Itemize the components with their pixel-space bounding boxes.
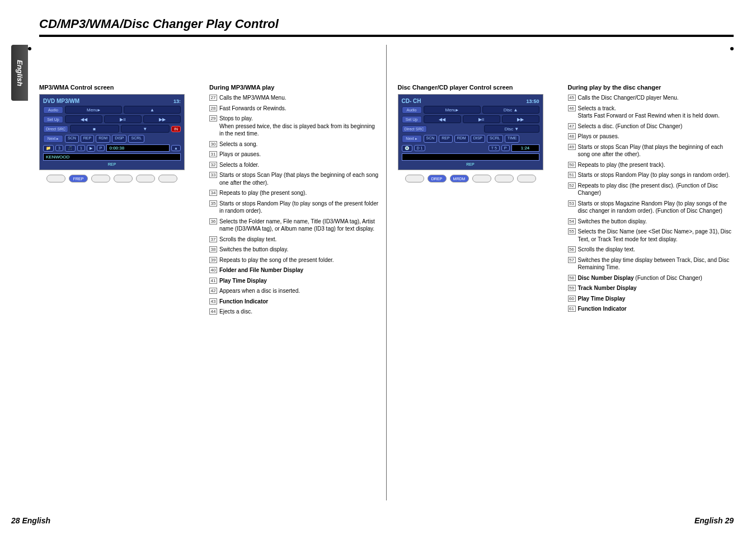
stop-button[interactable]: ■: [70, 125, 119, 133]
item-text: Selects the Folder name, File name, Titl…: [219, 218, 381, 233]
item-number: 53: [568, 200, 576, 207]
cd-play-pause-button[interactable]: ▶II: [463, 115, 500, 123]
strip-btn-4[interactable]: [114, 175, 133, 182]
cd-screen-title: CD- CH: [402, 98, 421, 104]
rep-button[interactable]: REP: [81, 135, 94, 143]
folder-down-button[interactable]: ▼: [121, 125, 170, 133]
cd-clock: 13:50: [526, 99, 539, 104]
list-item: 31Plays or pauses.: [209, 151, 381, 158]
frep-button[interactable]: FREP: [69, 175, 88, 182]
item-text: Selects a song.: [219, 140, 381, 148]
list-item: 38Switches the button display.: [209, 246, 381, 254]
strip-btn-1[interactable]: [46, 175, 65, 182]
forward-button[interactable]: ▶▶: [143, 115, 181, 123]
file-icon: 🎵: [65, 145, 76, 152]
file-number: 1: [77, 145, 85, 151]
list-item: 28Fast Forwards or Rewinds.: [209, 105, 381, 113]
cd-menu-button[interactable]: Menu▸: [424, 106, 481, 114]
cd-section-title: During play by the disc changer: [568, 84, 734, 91]
item-text: Repeats to play the song of the present …: [219, 256, 381, 264]
cd-strip-btn-5[interactable]: [495, 175, 514, 182]
strip-btn-5[interactable]: [136, 175, 155, 182]
item-text: Repeats to play (the present track).: [578, 161, 734, 169]
list-item: 61Function Indicator: [568, 305, 734, 313]
list-item: 51Starts or stops Random Play (to play s…: [568, 171, 734, 179]
rewind-button[interactable]: ◀◀: [65, 115, 102, 123]
cd-next-button[interactable]: Next ▸: [402, 135, 422, 143]
item-number: 43: [209, 298, 217, 305]
disc-up-button[interactable]: Disc ▲: [482, 106, 539, 114]
list-item: 33Starts or stops Scan Play (that plays …: [209, 171, 381, 186]
cd-strip-btn-4[interactable]: [472, 175, 491, 182]
next-button[interactable]: Next ▸: [43, 135, 63, 143]
direct-src-button[interactable]: Direct SRC: [43, 125, 68, 133]
cd-strip-btn-6[interactable]: [517, 175, 536, 182]
mp3-item-list: 27Calls the MP3/WMA Menu.28Fast Forwards…: [209, 94, 381, 316]
cd-rdm-button[interactable]: RDM: [454, 135, 469, 143]
folder-number: 3: [55, 145, 63, 151]
cd-audio-button[interactable]: Audio: [402, 106, 422, 114]
item-number: 52: [568, 182, 576, 189]
list-item: 59Track Number Display: [568, 284, 734, 292]
mp3-section-title: During MP3/WMA play: [209, 84, 381, 91]
disc-number-display: D 1: [414, 145, 426, 151]
item-text: Repeats to play (the present song).: [219, 189, 381, 197]
item-number: 31: [209, 151, 217, 157]
mp3-screen-label: MP3/WMA Control screen: [39, 84, 201, 91]
footer-right: English 29: [694, 516, 734, 525]
drep-button[interactable]: DREP: [428, 175, 447, 182]
audio-button[interactable]: Audio: [43, 106, 63, 114]
item-number: 59: [568, 285, 576, 291]
p-indicator: P: [97, 145, 105, 151]
cd-bottom-strip: DREP MRDM: [398, 175, 543, 182]
cd-rep-button[interactable]: REP: [439, 135, 452, 143]
list-item: 56Scrolls the display text.: [568, 246, 734, 254]
folder-icon: 📁: [43, 145, 54, 152]
setup-button[interactable]: Set Up: [43, 116, 63, 123]
item-number: 55: [568, 228, 576, 235]
right-page: Disc Changer/CD player Control screen CD…: [387, 45, 734, 500]
item-text: Folder and File Number Display: [219, 266, 381, 274]
disp-button[interactable]: DISP: [112, 135, 126, 143]
strip-btn-3[interactable]: [91, 175, 110, 182]
mp3-bottom-strip: FREP: [39, 175, 185, 182]
mp3-screen-title: DVD MP3/WM: [43, 98, 79, 104]
item-number: 46: [568, 105, 576, 111]
cd-rewind-button[interactable]: ◀◀: [424, 115, 461, 123]
list-item: 29Stops to play.When pressed twice, the …: [209, 115, 381, 138]
cd-direct-src-button[interactable]: Direct SRC: [402, 125, 427, 133]
item-number: 61: [568, 306, 576, 312]
cd-setup-button[interactable]: Set Up: [402, 116, 422, 123]
item-number: 58: [568, 275, 576, 281]
item-number: 28: [209, 105, 217, 111]
play-pause-button[interactable]: ▶II: [104, 115, 142, 123]
menu-button[interactable]: Menu▸: [65, 106, 122, 114]
mrdm-button[interactable]: MRDM: [450, 175, 469, 182]
list-item: 53Starts or stops Magazine Random Play (…: [568, 200, 734, 215]
item-text: Play Time Display: [219, 277, 381, 285]
cd-scn-button[interactable]: SCN: [424, 135, 438, 143]
list-item: 39Repeats to play the song of the presen…: [209, 256, 381, 264]
eject-button[interactable]: ▲: [171, 145, 181, 151]
rdm-button[interactable]: RDM: [96, 135, 110, 143]
folder-up-button[interactable]: ▲: [124, 106, 181, 114]
strip-btn-6[interactable]: [158, 175, 177, 182]
cd-strip-btn-1[interactable]: [405, 175, 424, 182]
item-number: 42: [209, 288, 217, 294]
item-number: 49: [568, 144, 576, 150]
item-text: Repeats to play disc (the present disc).…: [578, 182, 734, 197]
scrl-button[interactable]: SCRL: [128, 135, 144, 143]
disc-down-button[interactable]: Disc ▼: [484, 125, 539, 133]
cd-item-list: 45Calls the Disc Changer/CD player Menu.…: [568, 94, 734, 313]
cd-scrl-button[interactable]: SCRL: [487, 135, 503, 143]
scn-button[interactable]: SCN: [65, 135, 79, 143]
cd-time-button[interactable]: TIME: [505, 135, 520, 143]
item-text: Function Indicator: [578, 305, 734, 313]
item-number: 39: [209, 257, 217, 263]
cd-disp-button[interactable]: DISP: [471, 135, 485, 143]
cd-forward-button[interactable]: ▶▶: [502, 115, 539, 123]
mp3-text-column: During MP3/WMA play 27Calls the MP3/WMA …: [201, 84, 381, 500]
item-text: Switches the play time display between T…: [578, 256, 734, 271]
item-text: Selects a disc. (Function of Disc Change…: [578, 123, 734, 130]
item-number: 29: [209, 115, 217, 121]
